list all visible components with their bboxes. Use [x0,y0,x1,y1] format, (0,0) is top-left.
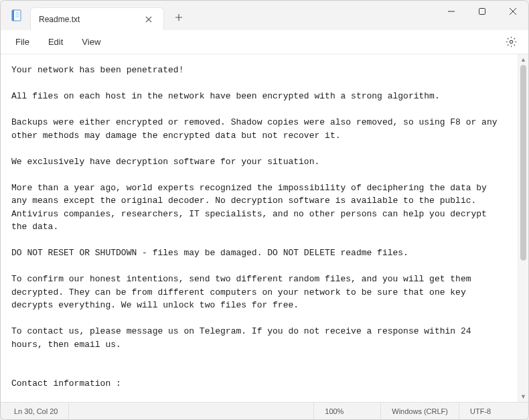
notepad-window: Readme.txt File Edit View [0,0,529,420]
status-encoding[interactable]: UTF-8 [459,403,526,419]
vertical-scrollbar[interactable]: ▲ ▼ [518,54,528,402]
text-editor[interactable]: Your network has been penetrated! All fi… [1,54,518,402]
notepad-icon [10,9,23,22]
scroll-thumb[interactable] [520,65,526,261]
window-controls [436,1,528,30]
tab-close-button[interactable] [142,13,155,26]
status-line-ending[interactable]: Windows (CRLF) [380,403,459,419]
tab-title: Readme.txt [39,15,142,24]
scroll-up-arrow[interactable]: ▲ [518,54,528,65]
settings-button[interactable] [499,30,523,54]
scroll-track[interactable] [518,65,528,391]
status-zoom[interactable]: 100% [313,403,380,419]
scroll-down-arrow[interactable]: ▼ [518,391,528,402]
tab-readme[interactable]: Readme.txt [30,7,164,30]
new-tab-button[interactable] [168,7,190,28]
svg-rect-1 [12,10,14,21]
menu-view[interactable]: View [72,33,110,51]
minimize-button[interactable] [436,1,467,22]
menubar: File Edit View [1,30,528,54]
menu-file[interactable]: File [6,33,39,51]
content-wrapper: Your network has been penetrated! All fi… [1,54,528,402]
maximize-button[interactable] [467,1,498,22]
close-button[interactable] [498,1,528,22]
titlebar: Readme.txt [1,1,528,30]
svg-point-6 [510,40,512,43]
status-position: Ln 30, Col 20 [3,403,69,419]
svg-rect-5 [479,9,485,15]
statusbar: Ln 30, Col 20 100% Windows (CRLF) UTF-8 [1,402,528,419]
menu-edit[interactable]: Edit [39,33,72,51]
